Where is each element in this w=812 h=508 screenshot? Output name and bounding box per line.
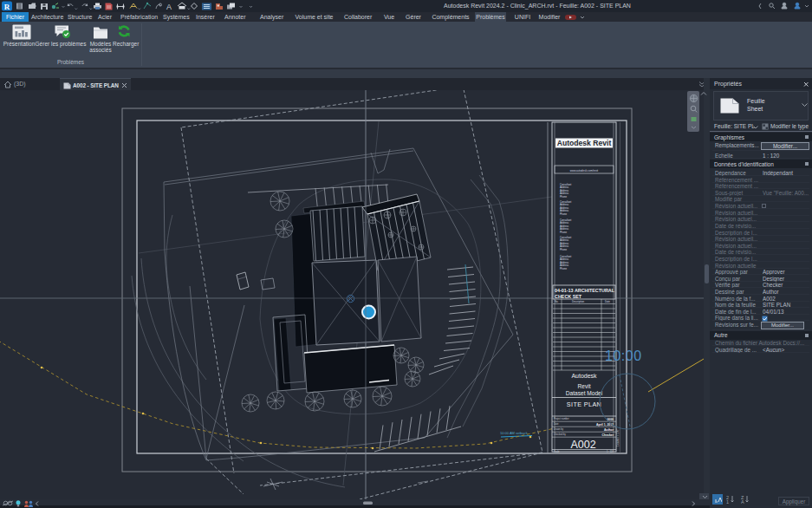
svg-text:No.: No. [555, 300, 559, 303]
svg-text:1 : 120: 1 : 120 [607, 450, 614, 453]
svg-text:10:00: 10:00 [605, 348, 642, 363]
svg-text:Autodesk: Autodesk [571, 373, 597, 379]
svg-text:Dataset Model: Dataset Model [566, 390, 603, 396]
svg-text:Phone: Phone [560, 248, 568, 251]
svg-text:Phone: Phone [560, 212, 568, 216]
svg-text:R: R [4, 3, 10, 11]
svg-text:Revit: Revit [577, 383, 590, 389]
svg-text:Author: Author [604, 428, 614, 432]
svg-text:Phone: Phone [560, 267, 568, 270]
svg-text:1 carton = 1′-0″: 1 carton = 1′-0″ [616, 429, 620, 446]
svg-text:www.autodesk.com/revit: www.autodesk.com/revit [570, 169, 599, 173]
svg-text:A002: A002 [570, 439, 595, 451]
svg-text:SITE PLAN: SITE PLAN [567, 401, 601, 408]
svg-text:1: 1 [726, 499, 729, 504]
svg-text:Phone: Phone [560, 231, 568, 234]
svg-text:Project number: Project number [554, 417, 569, 420]
svg-text:04-01-13 ARCHITECTURAL: 04-01-13 ARCHITECTURAL [555, 288, 615, 293]
svg-text:A: A [741, 499, 744, 504]
svg-text:Date: Date [554, 422, 559, 426]
svg-text:Checker: Checker [602, 433, 614, 437]
svg-text:Checked by: Checked by [554, 433, 566, 436]
svg-text:Drawn by: Drawn by [554, 427, 564, 431]
svg-text:Date: Date [605, 300, 610, 303]
svg-text:Scale: Scale [554, 450, 560, 453]
svg-text:A: A [166, 3, 172, 11]
svg-text:Phone: Phone [560, 195, 568, 199]
svg-text:CHECK SET: CHECK SET [555, 294, 582, 299]
svg-text:10:00 AM setback: 10:00 AM setback [500, 431, 528, 435]
svg-text:Description: Description [572, 300, 584, 303]
svg-text:Autodesk Revit: Autodesk Revit [557, 139, 612, 147]
